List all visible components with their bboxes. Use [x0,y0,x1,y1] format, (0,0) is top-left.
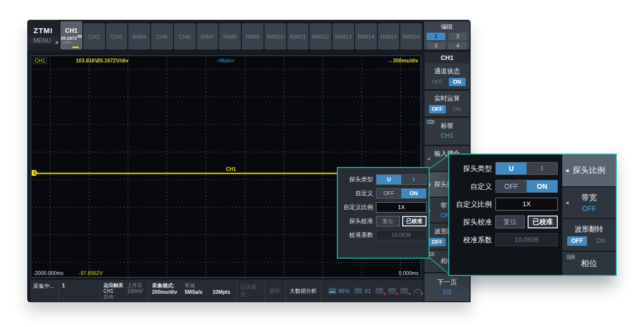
big-data-analysis-button[interactable]: 大数据分析 [286,280,322,302]
group-button-1[interactable]: 1 [427,33,445,40]
grouping-buttons: 1 2 3 4 [424,33,470,50]
probe-type-i-button[interactable]: I [527,163,557,174]
channel-state-off[interactable]: OFF [429,78,446,86]
tab-rtm11[interactable]: RtM11 [287,23,309,50]
waveform-invert-off[interactable]: OFF [429,238,446,246]
tab-rtm10[interactable]: RtM10 [265,23,286,50]
tab-rtm14[interactable]: RtM14 [355,23,377,50]
storage-percent: 85% [339,288,350,294]
acq-sample-rate: 5MSa/s [185,289,211,295]
waveform-invert-on[interactable]: ON [591,236,611,246]
printer-icon[interactable]: × [376,288,383,294]
chevron-left-icon: ◀ [427,157,430,161]
sidebar-item-realtime-math[interactable]: 实时运算 OFF ON [425,91,470,116]
timebase-label: ↔200ms/div [388,57,418,63]
brand-block: ZTMI MENU [27,20,59,51]
probe-icon[interactable]: × [400,288,408,294]
acquiring-status: 采集中... [30,280,59,302]
grouping-panel: 编组 1 2 3 4 [424,21,470,50]
probe-cal-row: 探头校准 复位 已校准 [340,216,425,226]
channel-state-on[interactable]: ON [449,78,466,86]
probe-type-row: 探头类型 U I [340,174,425,185]
menu-item-probe-ratio[interactable]: ◀ 探头比例 [562,155,616,186]
tab-ch1[interactable]: CH1 20.16725M V/div [60,21,82,50]
group-button-4[interactable]: 4 [448,42,467,50]
custom-on-button[interactable]: ON [527,180,557,192]
menu-button[interactable]: MENU [27,37,59,45]
tab-rtm8[interactable]: RtM8 [219,23,241,50]
display-icon[interactable]: × [388,288,396,294]
custom-segment: OFF ON [495,180,558,193]
tab-ch2[interactable]: CH2 [83,23,105,50]
screenshot-stage: ZTMI MENU CH1 20.16725M V/div CH2 CH3 Rt… [0,0,644,327]
acq-mode-value: 常规 [185,282,211,289]
accumulate-button[interactable]: 累积 [265,280,286,302]
trigger-source: CH1 [104,288,123,294]
custom-off-button[interactable]: OFF [376,189,401,198]
cal-reset-button[interactable]: 复位 [376,216,400,226]
disconnected-x-icon: × [383,291,386,296]
waveform-invert-off[interactable]: OFF [567,236,587,246]
tab-rtm13[interactable]: RtM13 [332,23,354,50]
trace-channel-label: CH1 [226,166,236,172]
magnification-value: X1 [365,288,371,294]
custom-ratio-input[interactable]: 1X [376,202,427,213]
group-button-2[interactable]: 2 [448,33,467,40]
realtime-math-on[interactable]: ON [449,105,466,113]
probe-type-u-button[interactable]: U [376,175,401,184]
trigger-status: 边沿触发 CH1 自动 上升沿 150mV [101,280,149,302]
status-bar: 采集中... 1 边沿触发 CH1 自动 上升沿 150mV 采集模式: 常规 [30,280,424,302]
cal-calibrated-button[interactable]: 已校准 [528,216,558,228]
magnification-icon[interactable] [354,288,362,294]
wifi-icon[interactable]: × [413,288,421,294]
record-mode-button[interactable]: 记录模式 [237,280,265,302]
trigger-type: 边沿触发 [104,282,123,288]
disconnected-x-icon: × [408,291,411,296]
menu-item-phase[interactable]: ⌨ 相位 [562,252,616,275]
main-window-label: <Main> [31,57,421,63]
brand-logo: ZTMI [34,26,53,35]
probe-type-segment: U I [376,174,427,185]
tab-rtm7[interactable]: RtM7 [197,23,218,50]
menu-item-bandwidth[interactable]: ◀ 带宽 OFF [562,187,616,218]
next-page-button[interactable]: 下一页 1/2 [425,273,470,301]
time-end-label: 0.000ms [399,270,419,276]
keyboard-icon: ⌨ [566,255,575,260]
chevron-left-icon: ◀ [565,200,569,205]
marker-voltage-label: -97.8562V [79,270,103,276]
disconnected-x-icon: × [396,291,398,296]
tab-rtm12[interactable]: RtM12 [310,23,331,50]
sidebar-channel-header: CH1 [425,52,470,64]
bandwidth-value: OFF [562,205,616,213]
tab-rtm9[interactable]: RtM9 [242,23,264,50]
probe-type-u-button[interactable]: U [496,163,527,174]
sidebar-item-channel-state[interactable]: 通道状态 OFF ON [425,63,470,89]
sidebar-item-tag[interactable]: ⌨ 标签 CH1 [425,118,470,145]
custom-off-button[interactable]: OFF [496,180,527,192]
realtime-math-off[interactable]: OFF [429,105,446,113]
cal-calibrated-button[interactable]: 已校准 [402,216,427,226]
oscilloscope-frame: ZTMI MENU CH1 20.16725M V/div CH2 CH3 Rt… [27,20,471,302]
time-start-label: -2000.000ms [33,270,63,276]
menu-item-waveform-invert[interactable]: 波形翻转 OFF ON [562,219,616,251]
tab-rtm15[interactable]: RtM15 [378,23,400,50]
custom-ratio-row: 自定义比例 1X [340,202,425,213]
acquisition-status: 采集模式: 常规 200ms/div 5MSa/s 10Mpts [149,280,237,302]
tab-ch5[interactable]: CH5 [151,23,173,50]
tab-rtm16[interactable]: RtM16 [400,23,422,50]
trace-ground-marker[interactable]: 1 [32,170,38,176]
page-indicator: 1/2 [442,288,451,295]
cal-reset-button[interactable]: 复位 [495,216,525,228]
tab-ch3[interactable]: CH3 [106,23,128,50]
realtime-math-toggle: OFF ON [425,105,470,113]
disconnected-x-icon: × [421,291,423,296]
group-button-3[interactable]: 3 [427,42,445,50]
tab-memory-depth: 5M [77,35,82,38]
probe-type-segment: U I [495,162,558,175]
custom-ratio-input[interactable]: 1X [495,198,558,211]
probe-type-i-button[interactable]: I [401,175,426,184]
storage-icon[interactable] [328,288,336,294]
tab-ch6[interactable]: CH6 [174,23,196,50]
custom-on-button[interactable]: ON [401,189,426,198]
tab-rtm4[interactable]: RtM4 [128,23,150,50]
